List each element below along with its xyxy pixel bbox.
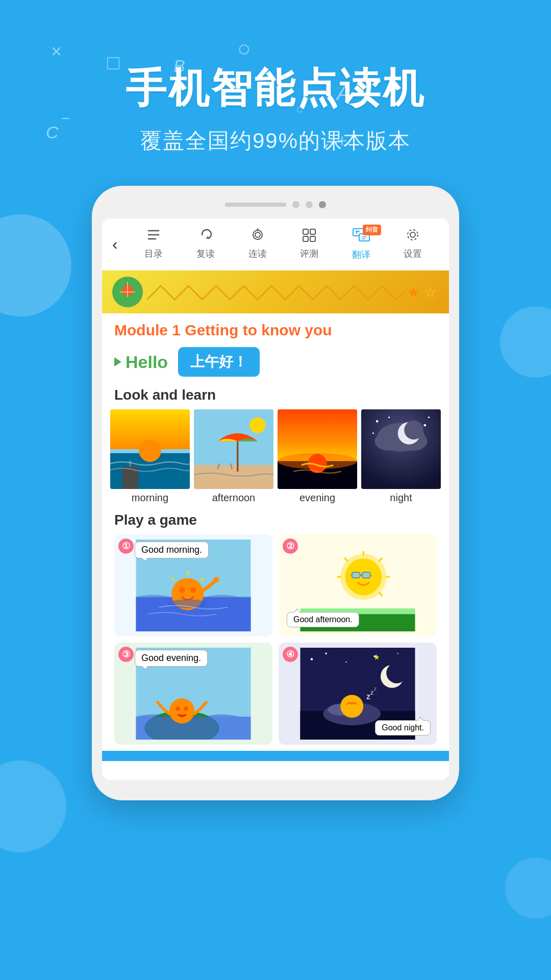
svg-rect-65	[352, 572, 360, 578]
hello-button[interactable]: Hello	[114, 352, 168, 372]
toolbar-translate[interactable]: 纠音 翻译	[352, 228, 370, 261]
svg-point-19	[408, 230, 418, 240]
game-title: Play a game	[114, 512, 437, 528]
speech-1: Good morning.	[135, 542, 209, 558]
svg-point-56	[190, 587, 196, 593]
svg-point-36	[249, 418, 265, 433]
settings-icon	[405, 228, 420, 246]
svg-text:z: z	[374, 685, 377, 692]
svg-rect-11	[310, 236, 315, 241]
night-image	[361, 409, 441, 489]
image-afternoon: afternoon	[194, 409, 273, 504]
translate-badge: 纠音	[363, 225, 381, 235]
back-button[interactable]: ‹	[112, 235, 118, 254]
translate-label: 翻译	[352, 249, 370, 261]
svg-text:z: z	[366, 692, 370, 701]
book-logo	[112, 277, 143, 307]
app-toolbar: ‹ 目录	[102, 218, 449, 271]
catalog-icon	[146, 228, 161, 246]
svg-point-51	[428, 416, 430, 418]
image-night: night	[361, 409, 441, 504]
catalog-label: 目录	[144, 248, 163, 260]
hello-section: Hello 上午好！	[102, 343, 449, 381]
assessment-label: 评测	[300, 248, 318, 260]
game-item-2: ② Good afternoon.	[279, 534, 437, 636]
svg-point-55	[179, 587, 185, 593]
translate-icon-wrapper: 纠音	[353, 228, 370, 247]
svg-rect-8	[303, 229, 308, 234]
game-number-1: ①	[118, 538, 134, 554]
continuous-label: 连读	[248, 248, 267, 260]
game-item-3: ③ Good evening.	[114, 643, 272, 745]
svg-point-94	[386, 663, 407, 683]
svg-point-60	[213, 577, 219, 582]
speech-3: Good evening.	[135, 650, 208, 667]
play-icon	[114, 357, 121, 366]
toolbar-reread[interactable]: 复读	[196, 228, 215, 261]
phone-body: ‹ 目录	[92, 186, 459, 800]
svg-point-97	[340, 695, 363, 718]
svg-rect-81	[136, 717, 251, 740]
svg-point-89	[345, 662, 346, 663]
night-label: night	[390, 492, 412, 504]
afternoon-image	[194, 409, 273, 489]
svg-point-47	[376, 420, 379, 423]
svg-rect-9	[310, 229, 315, 234]
svg-point-49	[423, 424, 426, 427]
svg-rect-66	[362, 572, 370, 578]
morning-label: morning	[132, 492, 168, 504]
morning-image	[110, 409, 190, 489]
svg-point-50	[372, 432, 374, 434]
hello-text: Hello	[126, 352, 168, 372]
svg-point-84	[184, 706, 188, 711]
book-banner: ★ ☆	[102, 271, 449, 313]
svg-point-88	[325, 653, 327, 654]
phone-mockup: ‹ 目录	[0, 186, 551, 800]
phone-screen: ‹ 目录	[102, 218, 449, 780]
toolbar-items: 目录 复读	[128, 228, 439, 261]
reread-label: 复读	[196, 248, 215, 260]
app-header: 手机智能点读机 覆盖全国约99%的课本版本	[0, 0, 551, 155]
module-title: Module 1 Getting to know you	[102, 313, 449, 343]
svg-marker-3	[206, 236, 209, 239]
app-title: 手机智能点读机	[0, 61, 551, 116]
svg-point-92	[397, 653, 398, 654]
game-section: Play a game ① Good morning.	[102, 504, 449, 745]
app-subtitle: 覆盖全国约99%的课本版本	[0, 127, 551, 155]
speech-4: Good night.	[375, 720, 431, 736]
game-item-4: ④ Good night.	[279, 643, 437, 745]
svg-point-61	[167, 599, 208, 608]
settings-label: 设置	[404, 248, 422, 260]
evening-image	[278, 409, 357, 489]
images-grid: morning	[102, 409, 449, 504]
look-learn-title: Look and learn	[102, 381, 449, 409]
svg-marker-7	[257, 228, 259, 230]
phone-notch	[225, 203, 286, 207]
svg-point-82	[169, 698, 195, 724]
phone-top-bar	[102, 201, 449, 208]
evening-label: evening	[299, 492, 335, 504]
svg-point-4	[253, 230, 262, 239]
phone-dot-2	[306, 201, 313, 208]
svg-point-48	[388, 416, 390, 418]
toolbar-settings[interactable]: 设置	[404, 228, 422, 261]
image-evening: evening	[278, 409, 357, 504]
game-number-3: ③	[118, 647, 134, 662]
svg-rect-33	[218, 457, 228, 460]
game-number-2: ②	[283, 538, 298, 554]
toolbar-continuous[interactable]: 连读	[248, 228, 267, 261]
svg-rect-10	[303, 236, 308, 241]
phone-dot-3	[319, 201, 326, 208]
svg-point-18	[410, 232, 415, 237]
continuous-icon	[250, 228, 265, 246]
float-circle-4	[505, 857, 551, 919]
game-number-4: ④	[283, 647, 298, 662]
toolbar-catalog[interactable]: 目录	[144, 228, 163, 261]
svg-point-83	[176, 706, 180, 711]
translation-bubble: 上午好！	[178, 347, 260, 377]
svg-rect-30	[194, 465, 273, 489]
book-bottom-bar	[102, 751, 449, 761]
phone-dot-1	[292, 201, 299, 208]
toolbar-assessment[interactable]: 评测	[300, 228, 318, 261]
image-morning: morning	[110, 409, 190, 504]
